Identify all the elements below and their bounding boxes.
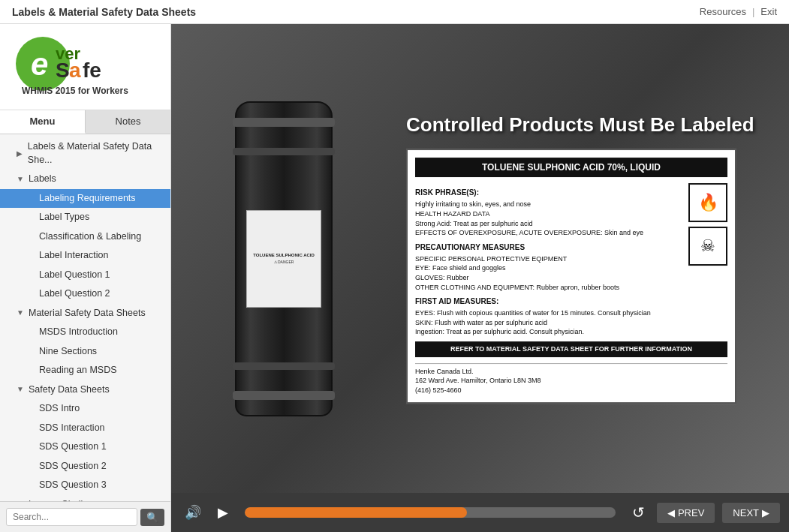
- nav-item-material-safety-data-sheets[interactable]: ▼ Material Safety Data Sheets: [0, 304, 170, 323]
- nav-item-sds-question-1[interactable]: SDS Question 1: [0, 437, 170, 457]
- nav-label: SDS Question 1: [39, 440, 107, 454]
- nav-label: Label Question 2: [39, 287, 110, 301]
- main-layout: e ver S a fe WHMIS 2015 for Workers Menu…: [0, 24, 789, 532]
- risk-phrase-title: RISK PHRASE(S):: [415, 188, 682, 199]
- nav-label: Nine Sections: [39, 345, 97, 359]
- nav-label: Material Safety Data Sheets: [29, 307, 146, 320]
- nav-item-msds-introduction[interactable]: MSDS Introduction: [0, 323, 170, 342]
- nav-item-classification-labeling[interactable]: Classification & Labeling: [0, 227, 170, 247]
- logo-area: e ver S a fe WHMIS 2015 for Workers: [0, 24, 170, 110]
- slide-text-area: Controlled Products Must Be Labeled TOLU…: [406, 113, 774, 404]
- nav-label: MSDS Introduction: [39, 326, 118, 339]
- arrow-icon: ▼: [17, 174, 26, 185]
- nav-label: SDS Question 2: [39, 460, 107, 473]
- company-address: 162 Ward Ave. Hamiltor, Ontario L8N 3M8: [415, 376, 727, 386]
- play-button[interactable]: ▶: [213, 501, 233, 524]
- sidebar: e ver S a fe WHMIS 2015 for Workers Menu…: [0, 24, 171, 532]
- chevron-right-icon: ▶: [762, 507, 769, 518]
- label-footer: Henke Canada Ltd. 162 Ward Ave. Hamiltor…: [415, 363, 727, 395]
- risk-phrase-text: Highly irritating to skin, eyes, and nos…: [415, 200, 682, 238]
- progress-bar-fill: [245, 507, 467, 518]
- top-header: Labels & Material Safety Data Sheets Res…: [0, 0, 789, 24]
- label-big-note: REFER TO MATERIAL SAFETY DATA SHEET FOR …: [415, 341, 727, 357]
- nav-label: Safety Data Sheets: [29, 383, 110, 397]
- search-bar: 🔍: [0, 501, 170, 532]
- play-icon: ▶: [218, 504, 228, 521]
- arrow-icon: ▶: [17, 149, 25, 159]
- tab-menu[interactable]: Menu: [0, 110, 86, 134]
- nav-label: Label Question 1: [39, 269, 110, 282]
- nav-item-reading-msds[interactable]: Reading an MSDS: [0, 361, 170, 380]
- skull-hazard-icon: ☠: [688, 227, 727, 266]
- label-card-body: RISK PHRASE(S): Highly irritating to ski…: [415, 184, 727, 338]
- first-aid-text: EYES: Flush with copious quantities of w…: [415, 308, 682, 337]
- nav-item-label-question-1[interactable]: Label Question 1: [0, 266, 170, 285]
- nav-item-label-types[interactable]: Label Types: [0, 208, 170, 227]
- nav-label: SDS Interaction: [39, 422, 105, 435]
- nav-item-labels[interactable]: ▼ Labels: [0, 170, 170, 189]
- sidebar-tabs: Menu Notes: [0, 110, 170, 134]
- svg-text:e: e: [31, 47, 48, 82]
- nav-tree: ▶ Labels & Material Safety Data She... ▼…: [0, 134, 170, 501]
- fire-hazard-icon: 🔥: [688, 184, 727, 223]
- header-links: Resources | Exit: [700, 6, 777, 17]
- svg-text:fe: fe: [83, 59, 101, 82]
- volume-button[interactable]: 🔊: [180, 501, 206, 524]
- company-name: Henke Canada Ltd.: [415, 367, 727, 377]
- label-card: TOLUENE SULPHONIC ACID 70%, LIQUID RISK …: [406, 149, 736, 404]
- arrow-icon: ▼: [17, 308, 26, 318]
- label-card-text: RISK PHRASE(S): Highly irritating to ski…: [415, 184, 682, 338]
- nav-item-sds-interaction[interactable]: SDS Interaction: [0, 419, 170, 438]
- nav-item-label-interaction[interactable]: Label Interaction: [0, 246, 170, 266]
- chevron-left-icon: ◀: [667, 507, 675, 518]
- label-card-icons: 🔥 ☠: [688, 184, 727, 338]
- nav-item-sds-question-2[interactable]: SDS Question 2: [0, 457, 170, 476]
- svg-text:WHMIS 2015 for Workers: WHMIS 2015 for Workers: [22, 86, 128, 96]
- nav-label: SDS Question 3: [39, 479, 107, 492]
- progress-bar-container[interactable]: [245, 507, 616, 518]
- exit-link[interactable]: Exit: [760, 6, 777, 17]
- controls-bar: 🔊 ▶ ↺ ◀ PREV NEXT ▶: [171, 493, 789, 532]
- label-card-title: TOLUENE SULPHONIC ACID 70%, LIQUID: [415, 158, 727, 178]
- nav-label: Reading an MSDS: [39, 364, 117, 377]
- content-area: TOLUENE SULPHONIC ACID ⚠ DANGER Controll…: [171, 24, 789, 532]
- nav-label: Labeling Requirements: [39, 192, 136, 206]
- search-icon: 🔍: [146, 512, 158, 523]
- next-button[interactable]: NEXT ▶: [722, 503, 780, 523]
- nav-item-label-question-2[interactable]: Label Question 2: [0, 284, 170, 304]
- prev-button[interactable]: ◀ PREV: [657, 503, 715, 523]
- precautionary-title: PRECAUTIONARY MEASURES: [415, 242, 682, 253]
- separator: |: [752, 6, 754, 17]
- nav-item-lesson-challenge[interactable]: ▼ Lesson Challenge: [0, 495, 170, 502]
- nav-item-safety-data-sheets[interactable]: ▼ Safety Data Sheets: [0, 380, 170, 400]
- search-button[interactable]: 🔍: [140, 509, 164, 526]
- nav-item-sds-intro[interactable]: SDS Intro: [0, 399, 170, 419]
- volume-icon: 🔊: [185, 504, 201, 521]
- precautionary-text: SPECIFIC PERSONAL PROTECTIVE EQIPMENTEYE…: [415, 254, 682, 292]
- slide-content: Controlled Products Must Be Labeled TOLU…: [171, 24, 789, 493]
- company-phone: (416) 525-4660: [415, 386, 727, 395]
- replay-button[interactable]: ↺: [628, 500, 649, 524]
- svg-text:S: S: [56, 59, 70, 82]
- tab-notes[interactable]: Notes: [86, 110, 170, 134]
- arrow-icon: ▼: [17, 384, 26, 395]
- replay-icon: ↺: [632, 503, 645, 521]
- nav-label: SDS Intro: [39, 402, 80, 416]
- search-input[interactable]: [6, 508, 137, 526]
- nav-label: Label Types: [39, 211, 89, 224]
- page-title: Labels & Material Safety Data Sheets: [12, 6, 196, 18]
- resources-link[interactable]: Resources: [700, 6, 746, 17]
- nav-item-labeling-requirements[interactable]: Labeling Requirements: [0, 189, 170, 209]
- slide-title: Controlled Products Must Be Labeled: [406, 113, 754, 137]
- svg-text:a: a: [69, 59, 81, 82]
- logo: e ver S a fe WHMIS 2015 for Workers: [14, 35, 157, 99]
- slide-area: TOLUENE SULPHONIC ACID ⚠ DANGER Controll…: [171, 24, 789, 493]
- nav-label: Classification & Labeling: [39, 230, 141, 244]
- nav-label: Label Interaction: [39, 249, 108, 263]
- nav-label: Labels: [29, 173, 56, 186]
- nav-item-nine-sections[interactable]: Nine Sections: [0, 342, 170, 362]
- first-aid-title: FIRST AID MEASURES:: [415, 296, 682, 307]
- nav-item-labels-msds[interactable]: ▶ Labels & Material Safety Data She...: [0, 137, 170, 170]
- nav-item-sds-question-3[interactable]: SDS Question 3: [0, 476, 170, 495]
- nav-label: Labels & Material Safety Data She...: [28, 140, 164, 167]
